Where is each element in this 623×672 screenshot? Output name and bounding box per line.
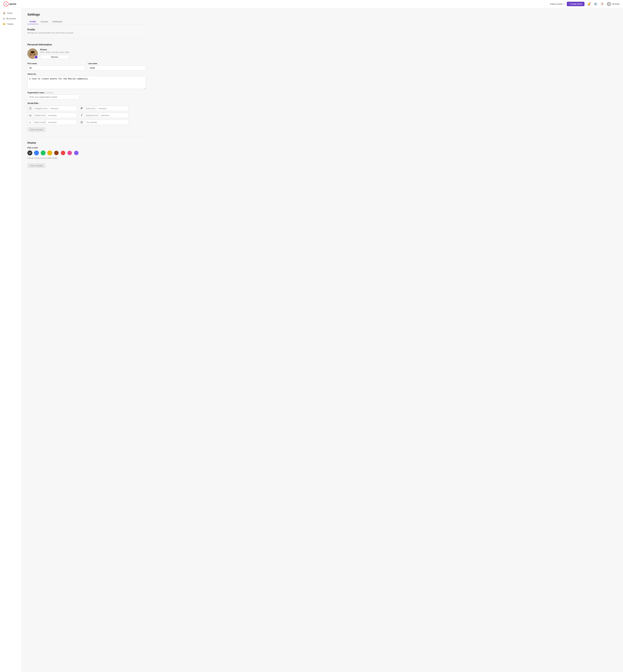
website-field <box>79 120 128 125</box>
social-links-section: Social links instagram.com/ <box>27 102 146 125</box>
first-name-input[interactable] <box>27 65 85 70</box>
save-changes-button-1[interactable]: Save changes <box>27 127 46 132</box>
help-icon[interactable]: ❓ <box>600 2 604 6</box>
first-name-group: First name <box>27 62 85 70</box>
create-event-button[interactable]: + Create Event <box>567 2 585 6</box>
name-row: First name Last name <box>27 62 146 70</box>
brand-name: qariyb <box>9 3 16 5</box>
tiktok-icon <box>28 120 33 125</box>
pick-color-label: Pick a color <box>27 147 146 149</box>
org-name-label: Organization name (optional) <box>27 92 146 94</box>
user-name-label: Ali Imran <box>612 3 620 5</box>
header-right: Explore events ↗ + Create Event 🔔 ⚙️ ❓ A… <box>550 2 620 6</box>
color-hint: Choose a theme for your profile header. <box>27 157 146 159</box>
sidebar-item-my-events[interactable]: ▦ My Events <box>0 16 22 21</box>
save-changes-button-2[interactable]: Save changes <box>27 163 46 168</box>
picture-label: Picture <box>40 49 69 51</box>
tiktok-prefix: tiktok.com/@ <box>33 120 47 125</box>
social-links-title: Social links <box>27 102 146 104</box>
sidebar: 🏠 Home ▦ My Events 🎫 Tickets <box>0 8 22 173</box>
tab-notification[interactable]: Notification <box>50 19 65 24</box>
svg-point-5 <box>31 51 35 53</box>
instagram-field: instagram.com/ <box>27 106 77 111</box>
about-me-label: About me <box>27 73 146 75</box>
personal-info-section: Personal Information <box>27 43 146 132</box>
twitter-icon <box>79 106 85 111</box>
avatar-container: ↑ <box>27 49 38 59</box>
color-blue[interactable] <box>34 151 39 155</box>
last-name-group: Last name <box>88 62 146 70</box>
org-optional-label: (optional) <box>46 92 53 94</box>
picture-hint: PNGs, JPEGs, and GIFs under 10MB <box>40 51 69 53</box>
website-icon <box>79 120 85 125</box>
home-icon: 🏠 <box>3 12 6 14</box>
twitter-prefix: twitter.com/ <box>85 106 97 111</box>
color-dark[interactable] <box>27 151 32 155</box>
sidebar-home-label: Home <box>7 12 12 14</box>
twitter-input[interactable] <box>97 106 128 111</box>
divider-2 <box>27 136 146 137</box>
settings-icon[interactable]: ⚙️ <box>593 2 598 6</box>
display-title: Display <box>27 142 146 144</box>
page-title: Settings <box>27 13 146 17</box>
tab-profile[interactable]: Profile <box>27 19 38 24</box>
tiktok-field: tiktok.com/@ <box>27 120 77 125</box>
divider-1 <box>27 38 146 39</box>
last-name-input[interactable] <box>88 65 146 70</box>
profile-section-subtitle: Manage your Qariyb profile as an event h… <box>27 32 146 34</box>
sidebar-tickets-label: Tickets <box>7 23 13 25</box>
events-icon: ▦ <box>3 17 5 20</box>
first-name-label: First name <box>27 62 85 65</box>
upload-badge[interactable]: ↑ <box>34 55 38 59</box>
profile-section-header: Profile Manage your Qariyb profile as an… <box>27 28 146 34</box>
facebook-field: facebook.com/ <box>79 113 128 118</box>
org-name-input[interactable] <box>27 95 79 99</box>
header: q qariyb Explore events ↗ + Create Event… <box>0 0 623 8</box>
explore-label: Explore events <box>550 3 562 5</box>
explore-link[interactable]: Explore events ↗ <box>550 3 564 5</box>
color-red[interactable] <box>61 151 65 155</box>
color-green[interactable] <box>41 151 46 155</box>
tab-account[interactable]: Account <box>38 19 50 24</box>
svg-rect-9 <box>29 108 31 110</box>
sidebar-events-label: My Events <box>6 18 16 20</box>
facebook-prefix: facebook.com/ <box>85 113 99 118</box>
instagram-input[interactable] <box>49 106 77 111</box>
instagram-icon <box>28 106 33 111</box>
linkedin-input[interactable] <box>47 113 77 118</box>
tickets-icon: 🎫 <box>3 23 6 25</box>
svg-point-6 <box>32 53 32 53</box>
tiktok-input[interactable] <box>47 120 77 125</box>
remove-picture-button[interactable]: Remove <box>40 55 69 59</box>
linkedin-prefix: linkedin.com/ <box>33 113 47 118</box>
color-picker <box>27 151 146 155</box>
logo[interactable]: q qariyb <box>3 1 16 7</box>
color-purple[interactable] <box>74 151 79 155</box>
external-link-icon: ↗ <box>563 3 564 5</box>
personal-info-title: Personal Information <box>27 43 146 46</box>
sidebar-item-home[interactable]: 🏠 Home <box>0 10 22 16</box>
svg-point-10 <box>30 108 31 109</box>
svg-rect-12 <box>29 115 30 116</box>
facebook-input[interactable] <box>99 113 128 118</box>
svg-text:q: q <box>5 3 7 5</box>
display-section: Display Pick a color Choose a theme for … <box>27 142 146 168</box>
social-grid: instagram.com/ twitter.com/ <box>27 106 128 125</box>
instagram-prefix: instagram.com/ <box>33 106 49 111</box>
linkedin-icon <box>28 113 33 118</box>
website-input[interactable] <box>85 120 128 125</box>
color-brown[interactable] <box>54 151 59 155</box>
settings-tabs: Profile Account Notification <box>27 19 146 24</box>
picture-info: Picture PNGs, JPEGs, and GIFs under 10MB… <box>40 49 69 59</box>
svg-point-13 <box>29 114 30 115</box>
color-pink[interactable] <box>67 151 72 155</box>
svg-point-7 <box>33 53 34 53</box>
user-avatar: AI <box>607 2 611 6</box>
notifications-icon[interactable]: 🔔 <box>587 2 591 6</box>
linkedin-field: linkedin.com/ <box>27 113 77 118</box>
user-menu[interactable]: AI Ali Imran <box>607 2 620 6</box>
color-yellow[interactable] <box>47 151 52 155</box>
sidebar-item-tickets[interactable]: 🎫 Tickets <box>0 21 22 27</box>
about-me-textarea[interactable]: I love to create events for the Muslim c… <box>27 76 146 89</box>
org-name-group: Organization name (optional) <box>27 92 146 99</box>
